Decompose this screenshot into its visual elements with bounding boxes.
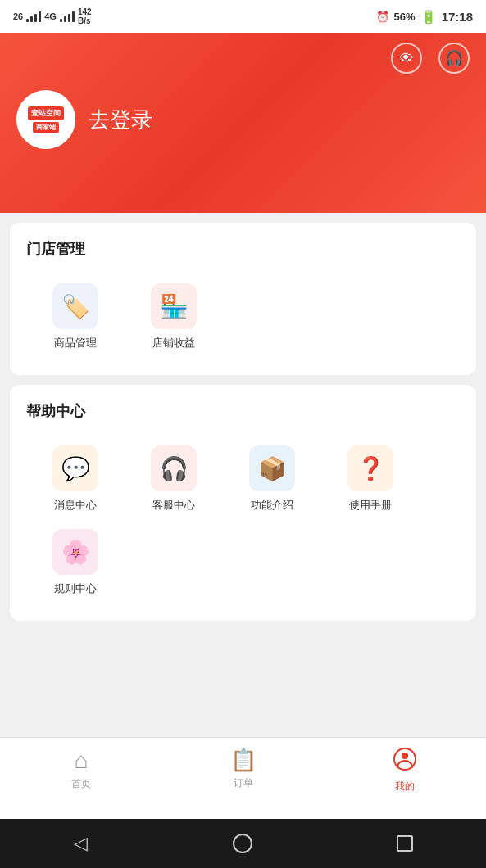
headphone-button[interactable]: 🎧 (438, 43, 470, 74)
clock-time: 17:18 (442, 10, 473, 24)
help-center-card: 帮助中心 💬 消息中心 🎧 客服中心 📦 功能介绍 (10, 385, 476, 621)
user-manual-icon-bg: ❓ (347, 445, 393, 491)
home-nav-icon (233, 834, 252, 853)
signal-bars-2 (60, 11, 75, 22)
svg-point-1 (402, 753, 408, 759)
eye-icon: 👁 (399, 50, 414, 67)
recent-button[interactable] (388, 827, 421, 860)
headphone-icon: 🎧 (445, 49, 463, 67)
signal-bars-1 (26, 11, 41, 22)
battery-icon: 🔋 (420, 9, 437, 25)
message-icon: 💬 (61, 455, 90, 482)
product-management-label: 商品管理 (54, 336, 97, 350)
rules-icon: 🌸 (61, 539, 90, 566)
feature-intro-icon-bg: 📦 (249, 445, 295, 491)
data-speed: 142B/s (78, 7, 92, 25)
network-type: 4G (44, 11, 57, 21)
main-content: 门店管理 🏷️ 商品管理 🏪 店铺收益 帮助中心 💬 (0, 213, 486, 737)
eye-button[interactable]: 👁 (391, 43, 422, 74)
status-right: ⏰ 56% 🔋 17:18 (376, 9, 473, 25)
orders-tab-icon: 📋 (230, 748, 257, 773)
alarm-icon: ⏰ (376, 11, 389, 23)
rules-center-item[interactable]: 🌸 规则中心 (26, 521, 125, 604)
product-management-item[interactable]: 🏷️ 商品管理 (26, 275, 125, 359)
android-nav-bar: ◁ (0, 819, 486, 868)
tab-bar: ⌂ 首页 📋 订单 我的 (0, 737, 486, 819)
recent-icon (397, 835, 413, 852)
mine-tab-icon (393, 748, 416, 776)
orders-tab-label: 订单 (234, 776, 253, 790)
feature-icon: 📦 (258, 455, 287, 482)
store-management-grid: 🏷️ 商品管理 🏪 店铺收益 (26, 275, 460, 359)
customer-service-label: 客服中心 (152, 498, 195, 513)
message-center-label: 消息中心 (54, 498, 97, 513)
customer-service-icon: 🎧 (160, 455, 188, 482)
tab-orders[interactable]: 📋 订单 (162, 748, 325, 790)
battery-text: 56% (394, 11, 416, 23)
rules-center-label: 规则中心 (54, 581, 97, 596)
tab-home[interactable]: ⌂ 首页 (0, 748, 162, 791)
header-action-icons: 👁 🎧 (0, 33, 486, 74)
feature-intro-label: 功能介绍 (251, 498, 293, 513)
message-center-item[interactable]: 💬 消息中心 (26, 437, 125, 521)
store-management-card: 门店管理 🏷️ 商品管理 🏪 店铺收益 (10, 223, 476, 375)
customer-service-icon-bg: 🎧 (151, 445, 197, 491)
user-manual-item[interactable]: ❓ 使用手册 (321, 437, 420, 521)
help-center-grid: 💬 消息中心 🎧 客服中心 📦 功能介绍 ❓ 使用手册 (26, 437, 460, 604)
help-center-title: 帮助中心 (26, 401, 460, 421)
header-banner: 👁 🎧 壹站空间 商家端 去登录 (0, 33, 486, 213)
tab-mine[interactable]: 我的 (324, 748, 486, 793)
store-income-item[interactable]: 🏪 店铺收益 (125, 275, 223, 359)
logo-top-text: 壹站空间 (28, 106, 64, 120)
header-user-section: 壹站空间 商家端 去登录 (0, 74, 486, 149)
brand-logo: 壹站空间 商家端 (16, 90, 75, 149)
home-tab-icon: ⌂ (74, 748, 88, 774)
store-income-icon-bg: 🏪 (151, 283, 197, 329)
message-center-icon-bg: 💬 (52, 445, 98, 491)
user-manual-label: 使用手册 (349, 498, 392, 513)
store-management-title: 门店管理 (26, 239, 460, 259)
status-bar: 26 4G 142B/s ⏰ 56% 🔋 17:18 (0, 0, 486, 33)
store-income-label: 店铺收益 (152, 336, 195, 350)
back-button[interactable]: ◁ (65, 827, 98, 860)
rules-center-icon-bg: 🌸 (52, 529, 98, 575)
status-time-left: 26 (13, 11, 23, 21)
status-left: 26 4G 142B/s (13, 7, 92, 25)
login-button[interactable]: 去登录 (89, 106, 152, 134)
home-tab-label: 首页 (71, 777, 91, 791)
home-nav-button[interactable] (226, 827, 259, 860)
store-icon: 🏪 (160, 293, 188, 320)
manual-icon: ❓ (357, 455, 385, 482)
mine-tab-label: 我的 (395, 780, 415, 793)
tag-icon: 🏷️ (61, 293, 90, 320)
back-icon: ◁ (74, 833, 88, 854)
feature-intro-item[interactable]: 📦 功能介绍 (223, 437, 321, 521)
product-management-icon-bg: 🏷️ (52, 283, 98, 329)
customer-service-item[interactable]: 🎧 客服中心 (125, 437, 223, 521)
logo-bottom-text: 商家端 (33, 122, 59, 133)
